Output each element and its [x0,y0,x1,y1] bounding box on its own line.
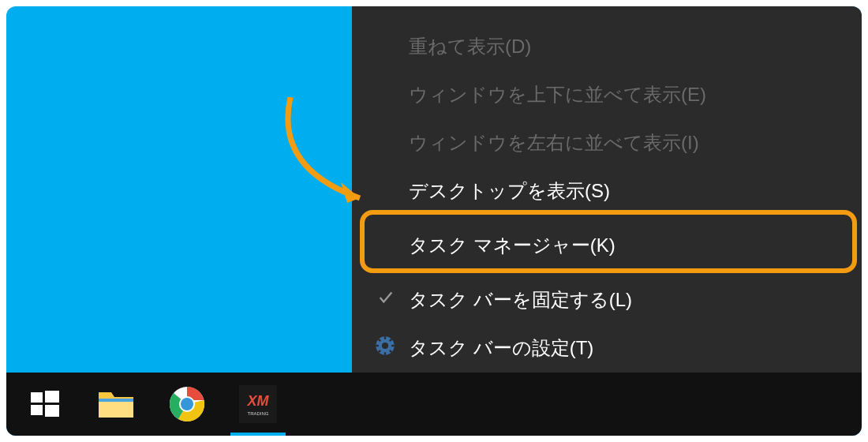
menu-item-lock-taskbar[interactable]: タスク バーを固定する(L) [352,276,862,324]
menu-item-label: タスク バーの設定(T) [409,335,593,361]
svg-text:TRADING: TRADING [248,411,269,416]
svg-rect-5 [45,405,59,417]
taskbar: XM TRADING [6,373,862,436]
menu-item-label: ウィンドウを左右に並べて表示(I) [409,130,699,155]
taskbar-context-menu: 重ねて表示(D) ウィンドウを上下に並べて表示(E) ウィンドウを左右に並べて表… [352,6,862,373]
svg-rect-4 [31,405,43,415]
menu-item-label: 重ねて表示(D) [409,34,531,59]
svg-point-1 [382,343,388,349]
menu-item-label: デスクトップを表示(S) [409,178,610,204]
svg-point-10 [181,398,193,410]
menu-item-label: タスク バーを固定する(L) [409,287,632,313]
menu-item-stack-horizontal[interactable]: ウィンドウを左右に並べて表示(I) [352,118,862,167]
start-button[interactable] [9,373,80,436]
desktop-background: 重ねて表示(D) ウィンドウを上下に並べて表示(E) ウィンドウを左右に並べて表… [6,6,862,436]
menu-item-label: ウィンドウを上下に並べて表示(E) [409,82,706,107]
svg-rect-2 [31,392,43,403]
gear-icon [374,335,396,361]
menu-item-taskbar-settings[interactable]: タスク バーの設定(T) [352,324,862,373]
menu-item-cascade[interactable]: 重ねて表示(D) [352,22,862,70]
check-icon [377,289,395,311]
active-app-indicator [230,433,286,436]
windows-icon [31,390,59,418]
menu-item-show-desktop[interactable]: デスクトップを表示(S) [352,167,862,215]
taskbar-item-xm-trading[interactable]: XM TRADING [223,373,294,436]
xm-trading-icon: XM TRADING [239,385,277,423]
menu-item-label: タスク マネージャー(K) [409,233,615,258]
taskbar-item-chrome[interactable] [152,373,223,436]
taskbar-item-file-explorer[interactable] [80,373,152,436]
chrome-icon [169,386,205,422]
svg-rect-7 [99,399,133,402]
svg-text:XM: XM [247,393,270,409]
svg-rect-3 [45,391,59,403]
menu-item-stack-vertical[interactable]: ウィンドウを上下に並べて表示(E) [352,70,862,118]
menu-item-task-manager[interactable]: タスク マネージャー(K) [352,222,862,270]
file-explorer-icon [97,388,135,421]
